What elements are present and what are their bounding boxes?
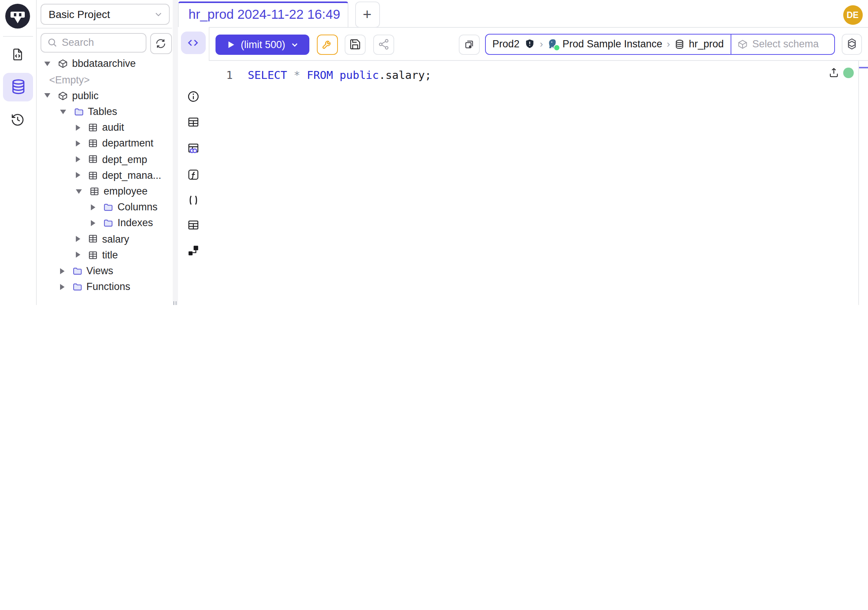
chevron-down-icon[interactable] bbox=[76, 189, 82, 194]
run-query-button[interactable]: (limit 500) bbox=[215, 34, 309, 55]
tree-item--empty-[interactable]: <Empty> bbox=[37, 72, 172, 87]
instance-status-dot bbox=[553, 45, 560, 51]
chevron-down-icon[interactable] bbox=[45, 62, 51, 66]
tree-item-dept-emp[interactable]: dept_emp bbox=[37, 151, 172, 167]
tree-item-views[interactable]: Views bbox=[37, 263, 172, 279]
tree-item-label: audit bbox=[102, 122, 124, 133]
nav-rail bbox=[0, 0, 37, 305]
code-token bbox=[333, 70, 339, 82]
upload-icon[interactable] bbox=[828, 67, 839, 78]
sql-editor-mode-button[interactable] bbox=[181, 31, 205, 54]
tree-item-functions[interactable]: Functions bbox=[37, 279, 172, 295]
refresh-icon bbox=[155, 37, 167, 50]
tree-item-title[interactable]: title bbox=[37, 247, 172, 263]
code-token: .salary; bbox=[379, 70, 431, 82]
query-settings-button[interactable] bbox=[316, 34, 338, 55]
select-schema-button[interactable]: Select schema bbox=[752, 39, 819, 50]
breadcrumb-separator: › bbox=[540, 39, 543, 50]
breadcrumb-instance[interactable]: Prod Sample Instance bbox=[563, 39, 662, 50]
parentheses-icon[interactable] bbox=[187, 194, 199, 206]
connection-breadcrumb[interactable]: Prod2 › Prod Sample Instance › hr_prod S… bbox=[485, 34, 835, 54]
table-icon bbox=[88, 154, 98, 165]
sidebar-resize-handle[interactable] bbox=[172, 0, 178, 305]
tree-item-dept-mana-[interactable]: dept_mana... bbox=[37, 168, 172, 183]
connection-status-dot bbox=[843, 68, 854, 78]
sensitive-table-icon[interactable] bbox=[187, 141, 199, 154]
chevron-down-icon[interactable] bbox=[291, 40, 299, 49]
tree-item-audit[interactable]: audit bbox=[37, 120, 172, 135]
schema-cube-icon bbox=[737, 39, 748, 50]
share-button[interactable] bbox=[373, 34, 394, 55]
tree-item-salary[interactable]: salary bbox=[37, 231, 172, 247]
folder-icon bbox=[74, 106, 84, 117]
tree-item-public[interactable]: public bbox=[37, 88, 172, 104]
tree-item-label: Columns bbox=[118, 202, 158, 213]
tree-item-bbdataarchive[interactable]: bbdataarchive bbox=[37, 56, 172, 72]
chevron-right-icon[interactable] bbox=[76, 140, 81, 146]
schema-icon bbox=[58, 90, 68, 101]
postgres-instance-icon bbox=[547, 39, 559, 50]
folder-icon bbox=[72, 282, 82, 292]
add-tab-button[interactable]: + bbox=[355, 1, 380, 28]
tree-item-label: public bbox=[72, 90, 99, 101]
chevron-right-icon[interactable] bbox=[76, 172, 81, 178]
schema-diagram-icon[interactable] bbox=[187, 245, 199, 257]
chevron-down-icon[interactable] bbox=[60, 109, 66, 114]
info-icon[interactable] bbox=[187, 90, 199, 103]
breadcrumb-separator: › bbox=[667, 39, 670, 50]
tab-title: hr_prod 2024-11-22 16:49 bbox=[189, 7, 340, 23]
ai-assistant-button[interactable] bbox=[842, 34, 862, 54]
tree-item-label: dept_mana... bbox=[102, 170, 161, 181]
project-select[interactable]: Basic Project bbox=[40, 3, 170, 25]
tree-item-label: Functions bbox=[86, 281, 130, 293]
chevron-right-icon[interactable] bbox=[91, 204, 96, 210]
chevron-right-icon[interactable] bbox=[91, 220, 96, 226]
tabbar-border bbox=[178, 27, 868, 28]
chevron-right-icon[interactable] bbox=[76, 236, 81, 242]
tree-item-label: Views bbox=[86, 265, 113, 276]
table-icon bbox=[88, 250, 98, 260]
sidebar-search-input[interactable]: Search bbox=[41, 33, 146, 53]
breadcrumb-database[interactable]: hr_prod bbox=[689, 39, 724, 50]
table-icon bbox=[88, 138, 98, 148]
editor-line-number: 1 bbox=[209, 70, 233, 82]
table-panel-icon[interactable] bbox=[187, 116, 199, 129]
save-button[interactable] bbox=[345, 34, 366, 55]
tree-item-label: department bbox=[102, 138, 153, 149]
avatar[interactable]: DE bbox=[843, 5, 862, 25]
tree-item-label: Tables bbox=[88, 106, 117, 117]
chevron-right-icon[interactable] bbox=[60, 284, 65, 290]
batch-icon bbox=[463, 39, 475, 51]
function-icon[interactable] bbox=[187, 168, 199, 181]
sidebar-search-placeholder: Search bbox=[62, 37, 94, 48]
breadcrumb-divider bbox=[731, 34, 732, 54]
chevron-right-icon[interactable] bbox=[76, 125, 81, 131]
avatar-initials: DE bbox=[846, 10, 859, 19]
breadcrumb-environment[interactable]: Prod2 bbox=[493, 39, 519, 50]
tree-item-indexes[interactable]: Indexes bbox=[37, 215, 172, 231]
play-icon bbox=[226, 40, 236, 50]
tree-item-label: Indexes bbox=[118, 217, 153, 229]
table-icon bbox=[88, 170, 98, 180]
share-icon bbox=[377, 39, 389, 51]
worksheet-icon[interactable] bbox=[11, 47, 25, 62]
chevron-down-icon[interactable] bbox=[45, 93, 51, 98]
tree-item-columns[interactable]: Columns bbox=[37, 199, 172, 215]
tab-active[interactable]: hr_prod 2024-11-22 16:49 bbox=[178, 2, 348, 27]
tree-item-label: salary bbox=[102, 233, 129, 245]
table-icon bbox=[90, 186, 100, 196]
tree-item-tables[interactable]: Tables bbox=[37, 104, 172, 120]
sql-editor[interactable]: 1 SELECT * FROM public.salary; bbox=[209, 61, 868, 305]
chevron-right-icon[interactable] bbox=[76, 156, 81, 162]
tree-item-employee[interactable]: employee bbox=[37, 183, 172, 199]
table-list-icon[interactable] bbox=[187, 219, 199, 231]
tree-item-department[interactable]: department bbox=[37, 136, 172, 151]
chevron-right-icon[interactable] bbox=[76, 252, 81, 258]
history-icon[interactable] bbox=[11, 112, 25, 127]
batch-query-button[interactable] bbox=[459, 34, 479, 55]
tree-item-label: employee bbox=[104, 186, 147, 197]
refresh-button[interactable] bbox=[150, 33, 172, 54]
bytebase-logo[interactable] bbox=[5, 4, 30, 28]
chevron-right-icon[interactable] bbox=[60, 268, 65, 274]
database-nav-active[interactable] bbox=[3, 73, 33, 101]
